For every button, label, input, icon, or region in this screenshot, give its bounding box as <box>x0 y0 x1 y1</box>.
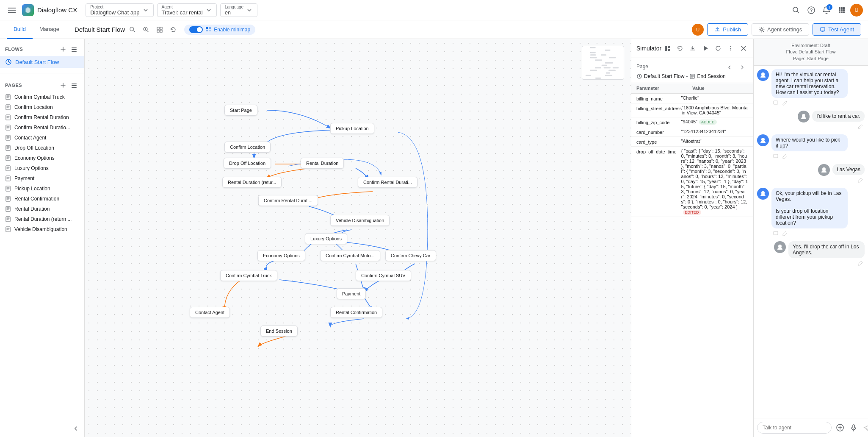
message-user-action[interactable] <box>856 122 865 131</box>
build-tab[interactable]: Build <box>7 20 33 39</box>
flow-node-confirm_loc[interactable]: Confirm Location <box>224 142 271 153</box>
chat-msg-actions <box>771 99 789 107</box>
message-action-button[interactable] <box>771 99 780 107</box>
page-item[interactable]: Payment <box>0 173 84 184</box>
message-action-button[interactable] <box>771 152 780 161</box>
page-item[interactable]: Rental Duration <box>0 204 84 214</box>
message-edit-button[interactable] <box>781 229 789 238</box>
sim-close-button[interactable] <box>738 42 749 54</box>
flow-node-economy[interactable]: Economy Options <box>257 250 305 261</box>
add-flow-button[interactable] <box>58 44 68 54</box>
flow-node-confirm_chevy[interactable]: Confirm Chevy Car <box>385 250 436 261</box>
message-edit-button[interactable] <box>781 152 789 161</box>
flows-actions <box>58 44 79 54</box>
undo-button[interactable] <box>167 24 179 36</box>
svg-rect-14 <box>841 11 843 13</box>
page-item[interactable]: Rental Duration (return ... <box>0 214 84 224</box>
sim-layout-button[interactable] <box>661 42 673 54</box>
notifications-wrapper: 1 <box>820 3 833 17</box>
sim-reload-button[interactable] <box>712 42 724 54</box>
svg-rect-28 <box>72 47 77 48</box>
apps-button[interactable] <box>835 3 849 17</box>
page-item[interactable]: Contact Agent <box>0 133 84 143</box>
chat-bubble: Hi! I'm the virtual car rental agent. I … <box>771 69 848 98</box>
page-item[interactable]: Luxury Options <box>0 163 84 173</box>
hamburger-button[interactable] <box>5 3 19 17</box>
flow-node-luxury[interactable]: Luxury Options <box>305 233 347 244</box>
flow-node-confirm_cymbal_truck[interactable]: Confirm Cymbal Truck <box>220 270 277 281</box>
flow-node-end_session[interactable]: End Session <box>260 326 298 337</box>
zoom-fit-button[interactable] <box>154 24 166 36</box>
chat-mic-button[interactable] <box>848 422 860 434</box>
chat-send-button[interactable] <box>861 422 868 434</box>
zoom-magnify-button[interactable] <box>127 24 138 36</box>
page-item[interactable]: Rental Confirmation <box>0 194 84 204</box>
help-button[interactable]: ? <box>804 3 818 17</box>
message-edit-button[interactable] <box>781 99 789 107</box>
agent-settings-button[interactable]: Agent settings <box>752 23 809 36</box>
flow-node-payment[interactable]: Payment <box>337 288 366 299</box>
svg-rect-15 <box>843 11 845 13</box>
sim-more-button[interactable] <box>725 42 737 54</box>
flow-node-confirm_rental_dur1[interactable]: Confirm Rental Durati... <box>358 177 417 188</box>
page-prev-button[interactable] <box>724 61 735 73</box>
sim-export-button[interactable] <box>687 42 699 54</box>
pages-more-button[interactable] <box>69 80 79 90</box>
flow-node-dropoff[interactable]: Drop Off Location <box>224 158 271 169</box>
page-item[interactable]: Economy Options <box>0 153 84 163</box>
page-next-button[interactable] <box>736 61 748 73</box>
flow-node-contact_agent[interactable]: Contact Agent <box>190 307 230 318</box>
sim-undo-button[interactable] <box>674 42 686 54</box>
project-dropdown[interactable]: Project Dialogflow Chat app <box>86 3 153 17</box>
toggle-knob <box>197 27 202 32</box>
message-user-action[interactable] <box>856 259 865 267</box>
toolbar-avatar[interactable]: U <box>692 24 704 36</box>
message-action-button[interactable] <box>771 229 780 238</box>
page-item[interactable]: Confirm Location <box>0 102 84 112</box>
flow-node-confirm_rental_dur2[interactable]: Confirm Rental Durati... <box>258 195 318 206</box>
agent-dropdown[interactable]: Agent Travel: car rental <box>157 3 217 17</box>
chat-msg-actions <box>856 176 865 184</box>
agent-avatar <box>757 134 769 146</box>
svg-rect-45 <box>6 196 10 201</box>
page-item[interactable]: Confirm Rental Duration <box>0 112 84 122</box>
publish-button[interactable]: Publish <box>707 23 748 36</box>
language-dropdown[interactable]: Language en <box>220 3 258 17</box>
flow-node-rental_dur[interactable]: Rental Duration <box>301 158 344 169</box>
default-flow-item[interactable]: Default Start Flow <box>0 56 84 68</box>
chat-add-button[interactable] <box>834 422 846 434</box>
svg-rect-81 <box>774 154 778 158</box>
flow-node-rental_confirm[interactable]: Rental Confirmation <box>330 307 382 318</box>
search-button[interactable] <box>789 3 803 17</box>
page-breadcrumb-name: End Session <box>697 73 725 79</box>
flow-node-start[interactable]: Start Page <box>224 105 257 116</box>
flow-node-vehicle_disamb[interactable]: Vehicle Disambiguation <box>330 215 390 226</box>
page-item[interactable]: Confirm Rental Duratio... <box>0 122 84 133</box>
svg-rect-55 <box>609 57 616 58</box>
added-badge: ADDED <box>699 120 717 125</box>
page-item[interactable]: Drop Off Location <box>0 143 84 153</box>
zoom-search-button[interactable] <box>140 24 152 36</box>
page-item[interactable]: Confirm Cymbal Truck <box>0 92 84 102</box>
svg-rect-53 <box>601 54 606 56</box>
sim-play-button[interactable] <box>699 42 711 54</box>
flow-node-confirm_cymbal_suv[interactable]: Confirm Cymbal SUV <box>356 270 411 281</box>
flow-node-pickup[interactable]: Pickup Location <box>330 123 374 134</box>
svg-rect-11 <box>841 9 843 11</box>
chat-input-actions <box>834 422 868 434</box>
manage-tab[interactable]: Manage <box>33 20 66 39</box>
test-agent-button[interactable]: Test Agent <box>813 23 861 36</box>
flows-more-button[interactable] <box>69 44 79 54</box>
user-avatar[interactable]: U <box>850 4 863 17</box>
flow-node-rental_dur_ret[interactable]: Rental Duration (retur... <box>222 177 282 188</box>
message-user-action[interactable] <box>856 176 865 184</box>
flow-node-confirm_cymbal_moto[interactable]: Confirm Cymbal Moto... <box>320 250 380 261</box>
flow-canvas[interactable]: Start PagePickup LocationConfirm Locatio… <box>85 39 631 437</box>
page-item[interactable]: Vehicle Disambiguation <box>0 224 84 234</box>
chat-input[interactable] <box>757 422 832 434</box>
sidebar-collapse-button[interactable] <box>71 423 81 434</box>
add-page-button[interactable] <box>58 80 68 90</box>
app-name: Dialogflow CX <box>37 6 77 14</box>
enable-minimap-toggle[interactable]: Enable minimap <box>184 25 255 35</box>
page-item[interactable]: Pickup Location <box>0 184 84 194</box>
